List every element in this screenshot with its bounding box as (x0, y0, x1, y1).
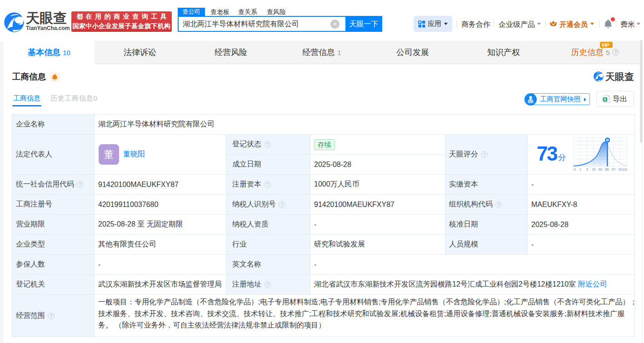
svg-text:0: 0 (574, 167, 575, 172)
svg-text:97: 97 (612, 167, 615, 172)
svg-text:99: 99 (619, 167, 622, 172)
svg-text:1: 1 (579, 167, 581, 172)
svg-text:VIP: VIP (602, 42, 610, 48)
svg-text:15: 15 (592, 167, 595, 172)
svg-text:85: 85 (605, 167, 609, 172)
svg-text:天眼查: 天眼查 (605, 71, 634, 81)
svg-text:50: 50 (599, 167, 602, 172)
svg-text:100: 100 (622, 167, 627, 172)
svg-text:3: 3 (586, 167, 588, 172)
